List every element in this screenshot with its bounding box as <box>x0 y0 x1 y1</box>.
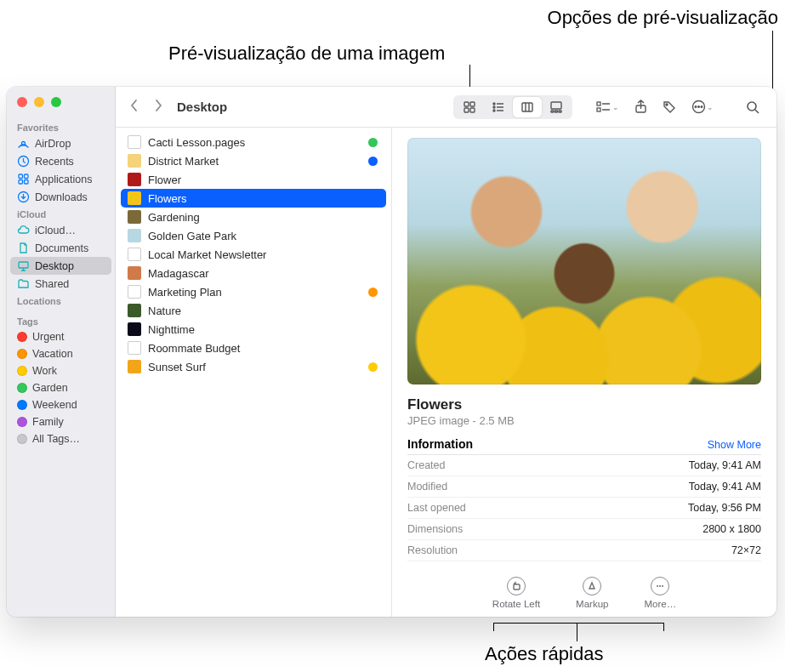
sidebar-item-icloud[interactable]: iCloud… <box>10 221 111 239</box>
minimize-button[interactable] <box>34 97 44 107</box>
sidebar-item-label: Applications <box>35 174 92 185</box>
info-value: Today, 9:41 AM <box>689 481 761 493</box>
view-icon-button[interactable] <box>455 97 484 117</box>
zoom-button[interactable] <box>51 97 61 107</box>
file-row[interactable]: Golden Gate Park <box>121 226 386 245</box>
sidebar-tag-weekend[interactable]: Weekend <box>10 396 111 413</box>
tag-color-icon <box>17 434 27 444</box>
preview-subtitle: JPEG image - 2.5 MB <box>407 414 761 427</box>
file-row[interactable]: Nature <box>121 301 386 320</box>
file-row[interactable]: Madagascar <box>121 264 386 282</box>
file-icon <box>128 154 141 168</box>
search-button[interactable] <box>741 97 765 117</box>
markup-label: Markup <box>576 599 608 609</box>
sidebar-header-favorites: Favorites <box>7 119 115 134</box>
sidebar-tag-urgent[interactable]: Urgent <box>10 328 111 345</box>
callout-preview-options: Opções de pré-visualização <box>548 7 778 29</box>
file-icon <box>128 229 141 242</box>
file-icon <box>128 304 141 317</box>
sidebar-item-label: Work <box>32 365 57 377</box>
file-icon <box>128 191 141 205</box>
sidebar-item-airdrop[interactable]: AirDrop <box>10 134 111 152</box>
svg-rect-10 <box>464 108 469 112</box>
svg-rect-18 <box>522 103 532 111</box>
file-label: Golden Gate Park <box>148 230 236 242</box>
group-by-button[interactable]: ⌄ <box>591 98 624 117</box>
sidebar-item-applications[interactable]: Applications <box>10 170 111 188</box>
tags-button[interactable] <box>657 97 681 117</box>
action-button[interactable]: ⌄ <box>686 96 719 117</box>
rotate-left-action[interactable]: Rotate Left <box>492 577 540 609</box>
file-row[interactable]: Flower <box>121 170 386 189</box>
svg-point-12 <box>493 103 495 105</box>
sidebar-item-label: Urgent <box>32 331 65 343</box>
svg-point-32 <box>695 106 697 108</box>
sidebar-item-desktop[interactable]: Desktop <box>10 257 111 275</box>
sidebar-tag-garden[interactable]: Garden <box>10 379 111 396</box>
file-label: Cacti Lesson.pages <box>148 136 245 149</box>
markup-action[interactable]: Markup <box>576 577 608 609</box>
file-icon <box>128 266 141 280</box>
view-list-button[interactable] <box>484 97 513 117</box>
file-row[interactable]: Sunset Surf <box>121 357 386 376</box>
file-row[interactable]: Gardening <box>121 208 386 226</box>
file-row[interactable]: District Market <box>121 151 386 170</box>
sidebar-item-downloads[interactable]: Downloads <box>10 188 111 206</box>
file-row[interactable]: Flowers <box>121 189 386 208</box>
svg-point-30 <box>666 104 668 105</box>
info-row: CreatedToday, 9:41 AM <box>407 455 761 476</box>
callout-line <box>493 623 494 631</box>
sidebar-item-recents[interactable]: Recents <box>10 152 111 170</box>
info-header-label: Information <box>407 437 473 451</box>
close-button[interactable] <box>17 97 27 107</box>
svg-point-16 <box>493 110 495 111</box>
svg-rect-2 <box>19 174 23 179</box>
svg-rect-8 <box>464 102 469 106</box>
sidebar: Favorites AirDropRecentsApplicationsDown… <box>7 87 116 617</box>
window-controls <box>7 94 115 119</box>
svg-point-35 <box>748 102 756 111</box>
markup-icon <box>583 577 601 595</box>
svg-rect-4 <box>19 180 23 185</box>
tag-color-icon <box>17 349 27 359</box>
share-button[interactable] <box>629 96 652 117</box>
view-gallery-button[interactable] <box>542 97 571 117</box>
file-label: Sunset Surf <box>148 361 206 373</box>
sidebar-tag-alltags[interactable]: All Tags… <box>10 430 111 447</box>
file-row[interactable]: Cacti Lesson.pages <box>121 133 386 151</box>
info-header: Information Show More <box>407 437 761 455</box>
info-row: Resolution72×72 <box>407 540 761 561</box>
more-action[interactable]: More… <box>644 577 676 609</box>
show-more-button[interactable]: Show More <box>708 439 761 451</box>
sidebar-item-label: Downloads <box>35 191 88 203</box>
info-value: Today, 9:41 AM <box>689 459 761 471</box>
svg-point-34 <box>701 106 703 108</box>
forward-button[interactable] <box>149 95 168 119</box>
sidebar-item-label: Vacation <box>32 348 73 360</box>
sidebar-item-label: Weekend <box>32 399 77 411</box>
file-row[interactable]: Local Market Newsletter <box>121 245 386 264</box>
sidebar-item-label: AirDrop <box>35 138 71 150</box>
svg-rect-21 <box>551 102 561 109</box>
file-row[interactable]: Marketing Plan <box>121 282 386 301</box>
info-row: Dimensions2800 x 1800 <box>407 519 761 540</box>
file-row[interactable]: Nighttime <box>121 320 386 339</box>
sidebar-tag-work[interactable]: Work <box>10 362 111 379</box>
sidebar-item-documents[interactable]: Documents <box>10 239 111 257</box>
back-button[interactable] <box>124 95 144 119</box>
file-label: Flowers <box>148 192 187 205</box>
svg-point-39 <box>659 585 661 587</box>
info-key: Last opened <box>407 502 466 514</box>
file-label: Nature <box>148 305 181 317</box>
svg-point-38 <box>657 585 658 587</box>
callout-quick-actions: Ações rápidas <box>485 643 603 665</box>
sidebar-item-shared[interactable]: Shared <box>10 275 111 293</box>
view-column-button[interactable] <box>513 97 542 117</box>
info-row: Last openedToday, 9:56 PM <box>407 498 761 519</box>
sidebar-item-label: All Tags… <box>32 433 80 445</box>
svg-point-40 <box>662 585 663 587</box>
sidebar-tag-family[interactable]: Family <box>10 413 111 430</box>
sidebar-header-icloud: iCloud <box>7 206 115 221</box>
file-row[interactable]: Roommate Budget <box>121 339 386 357</box>
sidebar-tag-vacation[interactable]: Vacation <box>10 345 111 362</box>
